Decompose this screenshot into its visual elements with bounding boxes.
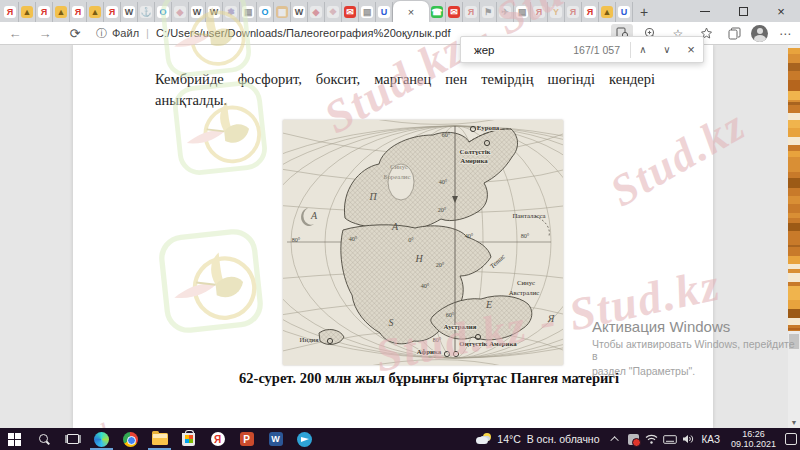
tab-favicon: ⚓ xyxy=(140,6,152,18)
browser-tab[interactable]: ▲ xyxy=(19,2,36,22)
browser-tab[interactable]: ✉ xyxy=(446,2,463,22)
svg-text:Оңтүстік Америка: Оңтүстік Америка xyxy=(459,340,517,347)
browser-tab[interactable]: ◆ xyxy=(308,2,325,22)
speaker-icon xyxy=(682,434,694,444)
browser-tab[interactable]: U xyxy=(376,2,393,22)
browser-tab[interactable]: ✉ xyxy=(342,2,359,22)
tab-favicon: Я xyxy=(106,6,118,18)
browser-tab[interactable]: ▲ xyxy=(87,2,104,22)
browser-tab[interactable]: ▤ xyxy=(240,2,257,22)
tab-favicon: U xyxy=(618,6,630,18)
browser-tab[interactable]: Я xyxy=(463,2,480,22)
svg-text:80°: 80° xyxy=(521,232,530,239)
svg-text:0°: 0° xyxy=(408,236,414,243)
settings-menu-icon[interactable]: ⋯ xyxy=(774,24,796,43)
browser-tab[interactable]: ◆ xyxy=(172,2,189,22)
taskbar-chrome[interactable] xyxy=(116,428,145,450)
profile-avatar[interactable] xyxy=(751,25,768,42)
find-next-button[interactable]: ∨ xyxy=(655,44,679,55)
browser-tab[interactable]: Я xyxy=(565,2,582,22)
browser-tab[interactable]: ▤ xyxy=(359,2,376,22)
back-icon[interactable]: ← xyxy=(0,26,30,41)
browser-tab[interactable]: W xyxy=(189,2,206,22)
start-button[interactable] xyxy=(0,428,29,450)
powerpoint-icon: P xyxy=(240,432,254,446)
taskbar-word[interactable]: W xyxy=(261,428,290,450)
browser-tab[interactable]: ⚓ xyxy=(138,2,155,22)
forward-icon[interactable]: → xyxy=(30,26,60,41)
find-close-button[interactable]: × xyxy=(679,42,703,57)
browser-tab[interactable]: ❖ xyxy=(325,2,342,22)
browser-tab[interactable]: Я xyxy=(2,2,19,22)
file-scheme-label: Файл xyxy=(112,27,139,39)
browser-tab[interactable]: O xyxy=(155,2,172,22)
svg-text:60°: 60° xyxy=(442,131,451,138)
task-view-button[interactable] xyxy=(58,428,87,450)
browser-tab[interactable]: ▲ xyxy=(53,2,70,22)
taskbar-powerpoint[interactable]: P xyxy=(232,428,261,450)
new-tab-button[interactable]: + xyxy=(633,2,655,22)
taskbar-edge[interactable] xyxy=(87,428,116,450)
app-badge-icon xyxy=(628,434,639,445)
language-indicator[interactable]: КАЗ xyxy=(697,434,725,445)
browser-tab[interactable]: ▤ xyxy=(514,2,531,22)
volume-indicator[interactable] xyxy=(679,428,697,450)
browser-tab[interactable]: W xyxy=(291,2,308,22)
taskbar-store[interactable] xyxy=(174,428,203,450)
find-previous-button[interactable]: ∧ xyxy=(631,44,655,55)
telegram-icon xyxy=(297,432,312,447)
weather-widget[interactable]: 14°C В осн. облачно xyxy=(469,433,606,445)
scroll-down-icon[interactable]: ▼ xyxy=(788,419,800,426)
tab-close-icon[interactable]: × xyxy=(408,6,414,18)
browser-tab[interactable]: Я xyxy=(104,2,121,22)
minimize-button[interactable] xyxy=(686,0,724,22)
browser-tab[interactable]: ▲ xyxy=(599,2,616,22)
system-tray: 14°C В осн. облачно КАЗ 16:26 09.10.2021 xyxy=(469,428,800,450)
close-button[interactable]: × xyxy=(762,0,800,22)
scrollbar-thumb[interactable] xyxy=(789,334,799,349)
tab-favicon: ❖ xyxy=(327,6,339,18)
pdf-page: Кембрийде фосфорит, боксит, марганец пен… xyxy=(73,45,713,428)
find-input[interactable]: жер xyxy=(474,44,494,56)
info-icon[interactable]: ⓘ xyxy=(96,26,107,41)
notification-badge-app[interactable] xyxy=(625,428,643,450)
taskbar-telegram[interactable] xyxy=(290,428,319,450)
browser-tab[interactable]: U xyxy=(616,2,633,22)
taskbar-file-explorer[interactable] xyxy=(145,428,174,450)
tab-favicon: ⚑ xyxy=(482,6,494,18)
taskbar-yandex[interactable]: Я xyxy=(203,428,232,450)
collections-icon[interactable] xyxy=(723,24,745,43)
maximize-button[interactable] xyxy=(724,0,762,22)
hidden-icons-chevron[interactable] xyxy=(607,428,625,450)
browser-tab[interactable]: ✽ xyxy=(223,2,240,22)
browser-tab[interactable]: Я xyxy=(70,2,87,22)
reload-icon[interactable]: ⟳ xyxy=(60,26,90,41)
action-center-button[interactable] xyxy=(782,428,800,450)
browser-tab[interactable]: Я xyxy=(36,2,53,22)
browser-tab[interactable]: Y xyxy=(548,2,565,22)
svg-text:20°: 20° xyxy=(438,206,447,213)
svg-text:Аустралия: Аустралия xyxy=(444,323,477,330)
svg-text:40°: 40° xyxy=(439,178,448,185)
url-field[interactable]: ⓘ Файл | C:/Users/user/Downloads/Палеоге… xyxy=(96,26,451,41)
browser-tab[interactable]: W xyxy=(121,2,138,22)
browser-tab[interactable]: Я xyxy=(531,2,548,22)
svg-text:А: А xyxy=(391,221,399,232)
browser-tab[interactable]: O xyxy=(257,2,274,22)
active-tab[interactable]: × xyxy=(393,1,429,22)
tab-favicon: ◆ xyxy=(310,6,322,18)
browser-tab[interactable]: W xyxy=(206,2,223,22)
browser-tab[interactable]: ▦ xyxy=(274,2,291,22)
keyboard-indicator[interactable] xyxy=(661,428,679,450)
scrollbar[interactable]: ▼ xyxy=(788,45,800,428)
chrome-icon xyxy=(123,432,138,447)
clock[interactable]: 16:26 09.10.2021 xyxy=(725,429,782,449)
paragraph-line: Кембрийде фосфорит, боксит, марганец пен… xyxy=(155,69,655,90)
browser-tab[interactable]: Я xyxy=(582,2,599,22)
wifi-indicator[interactable] xyxy=(643,428,661,450)
tab-favicon: ▤ xyxy=(361,6,373,18)
browser-tab[interactable]: ☎ xyxy=(429,2,446,22)
taskbar-search-button[interactable] xyxy=(29,428,58,450)
browser-tab[interactable]: ⚑ xyxy=(480,2,497,22)
browser-tab[interactable]: ✈ xyxy=(497,2,514,22)
